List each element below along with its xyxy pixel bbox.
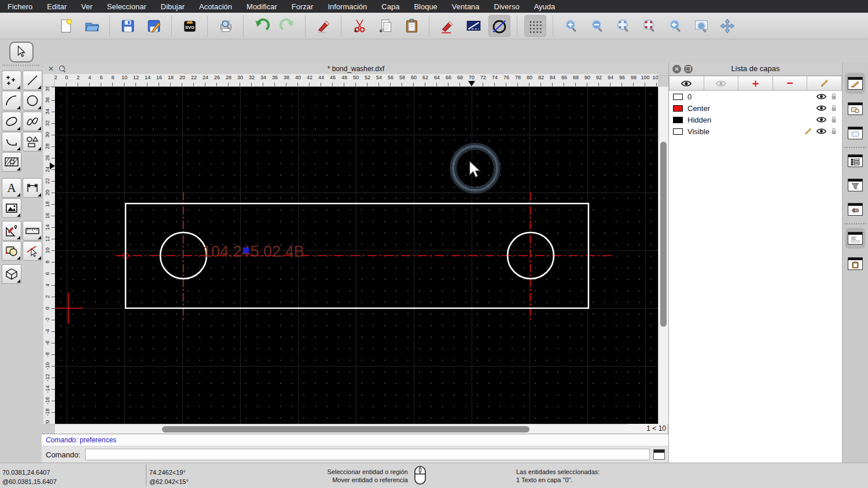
layer-color-swatch[interactable]	[673, 94, 683, 100]
filter-widget-button[interactable]	[845, 175, 865, 195]
save-as-button[interactable]	[143, 15, 165, 37]
clipboard-widget-button[interactable]	[845, 253, 865, 274]
zoom-redraw-button[interactable]	[638, 15, 660, 37]
layer-lock-icon[interactable]	[830, 93, 837, 101]
image-tool-button[interactable]	[2, 198, 21, 218]
menu-item-ayuda[interactable]: Ayuda	[534, 2, 556, 11]
text-tool-button[interactable]: A	[2, 178, 21, 198]
paste-button[interactable]	[400, 15, 422, 37]
select-entity-tool-button[interactable]	[23, 241, 42, 261]
layer-color-swatch[interactable]	[673, 117, 683, 123]
zoom-pan-button[interactable]	[716, 15, 738, 37]
arc-tool-button[interactable]	[2, 91, 21, 110]
command-input[interactable]	[85, 449, 650, 460]
line-attributes-button[interactable]	[462, 15, 484, 37]
h-ruler-label: 44	[318, 75, 324, 80]
text-reference-handle[interactable]	[243, 247, 249, 253]
horizontal-scrollbar[interactable]	[55, 424, 658, 434]
layer-row-0[interactable]: 0	[669, 91, 842, 102]
circle-tool-button[interactable]	[23, 91, 42, 110]
dimension-tool-button[interactable]	[23, 178, 42, 198]
zoom-previous-button[interactable]	[664, 15, 686, 37]
h-ruler-label: 74	[492, 75, 498, 80]
undo-button[interactable]	[251, 15, 273, 37]
points-tool-button[interactable]	[2, 71, 21, 90]
polygon-tool-button[interactable]	[23, 132, 42, 151]
layer-visibility-icon[interactable]	[816, 93, 826, 100]
entity-list-widget-button[interactable]	[845, 150, 865, 171]
zoom-out-button[interactable]	[586, 15, 608, 37]
menu-item-bloque[interactable]: Bloque	[414, 2, 437, 11]
ellipse-tool-button[interactable]	[2, 112, 21, 131]
hide-all-layers-button[interactable]	[704, 76, 739, 91]
layer-list-widget-button[interactable]	[845, 73, 865, 94]
dimension-widget-button[interactable]	[845, 199, 865, 220]
menu-item-capa[interactable]: Capa	[381, 2, 399, 11]
spline-tool-button[interactable]	[23, 112, 42, 131]
layer-color-swatch[interactable]	[673, 105, 683, 112]
menu-item-ventana[interactable]: Ventana	[452, 2, 480, 11]
hatch-tool-button[interactable]	[2, 152, 21, 172]
open-file-button[interactable]	[81, 15, 103, 37]
grid-toggle-button[interactable]	[524, 15, 546, 37]
palette-handle[interactable]	[2, 65, 39, 66]
layer-row-visible[interactable]: Visible	[669, 125, 842, 137]
menu-item-ver[interactable]: Ver	[81, 2, 93, 11]
print-preview-button[interactable]	[215, 15, 237, 37]
solid-3d-tool-button[interactable]	[2, 264, 21, 284]
detach-command-widget-button[interactable]	[653, 449, 665, 460]
menu-item-diverso[interactable]: Diverso	[494, 2, 520, 11]
delete-entities-button[interactable]	[312, 15, 334, 37]
block-list-widget-button[interactable]	[845, 98, 865, 119]
menu-item-modificar[interactable]: Modificar	[247, 2, 277, 11]
new-file-button[interactable]	[55, 15, 77, 37]
menu-item-editar[interactable]: Editar	[47, 2, 67, 11]
edit-layer-button[interactable]	[807, 76, 842, 91]
v-ruler-label: 38	[45, 87, 50, 93]
menu-item-acotación[interactable]: Acotación	[199, 2, 232, 11]
zoom-window-button[interactable]	[690, 15, 712, 37]
save-button[interactable]	[117, 15, 139, 37]
svg-export-button[interactable]: SVG	[179, 15, 201, 37]
vertical-scrollbar[interactable]	[658, 87, 668, 424]
add-layer-button[interactable]: ＋	[738, 76, 773, 91]
library-browser-widget-button[interactable]	[845, 123, 865, 143]
h-ruler-label: 24	[203, 75, 208, 80]
remove-layer-button[interactable]: −	[773, 76, 808, 91]
layer-lock-icon[interactable]	[830, 104, 837, 112]
polyline-tool-button[interactable]	[2, 132, 21, 151]
selection-info-line1: Las entidades seleccionadas:	[516, 468, 599, 476]
circle-attributes-button[interactable]	[488, 15, 510, 37]
vertical-scrollbar-thumb[interactable]	[660, 142, 667, 327]
v-ruler-cursor-marker	[50, 162, 55, 169]
layer-row-center[interactable]: Center	[669, 102, 842, 114]
horizontal-scrollbar-thumb[interactable]	[162, 426, 529, 432]
drawing-canvas[interactable]: 104.245.02.4B	[55, 87, 658, 424]
cut-button[interactable]: +	[348, 15, 370, 37]
menu-item-dibujar[interactable]: Dibujar	[161, 2, 185, 11]
line-tool-button[interactable]	[23, 71, 42, 90]
zoom-auto-button[interactable]	[612, 15, 634, 37]
redo-button[interactable]	[277, 15, 299, 37]
layer-color-swatch[interactable]	[673, 128, 683, 135]
layer-row-hidden[interactable]: Hidden	[669, 114, 842, 125]
layer-lock-icon[interactable]	[830, 116, 837, 124]
layer-visibility-icon[interactable]	[816, 128, 826, 135]
selected-text-entity[interactable]: 104.245.02.4B	[203, 243, 304, 260]
command-widget-button[interactable]	[845, 228, 865, 249]
drafting-tools-button[interactable]	[2, 221, 21, 241]
command-prompt-label: Comando:	[46, 450, 80, 459]
measure-tool-button[interactable]	[23, 221, 42, 241]
menu-item-seleccionar[interactable]: Seleccionar	[107, 2, 146, 11]
show-all-layers-button[interactable]	[669, 76, 704, 91]
modify-tool-button[interactable]	[2, 241, 21, 261]
layer-visibility-icon[interactable]	[816, 105, 826, 112]
layer-lock-icon[interactable]	[830, 127, 837, 135]
layer-visibility-icon[interactable]	[816, 116, 826, 123]
menu-item-información[interactable]: Información	[328, 2, 367, 11]
copy-button[interactable]: +	[374, 15, 396, 37]
zoom-in-button[interactable]	[560, 15, 582, 37]
pen-attributes-button[interactable]	[436, 15, 458, 37]
menu-item-forzar[interactable]: Forzar	[292, 2, 314, 11]
h-ruler-label: 66	[446, 75, 451, 80]
